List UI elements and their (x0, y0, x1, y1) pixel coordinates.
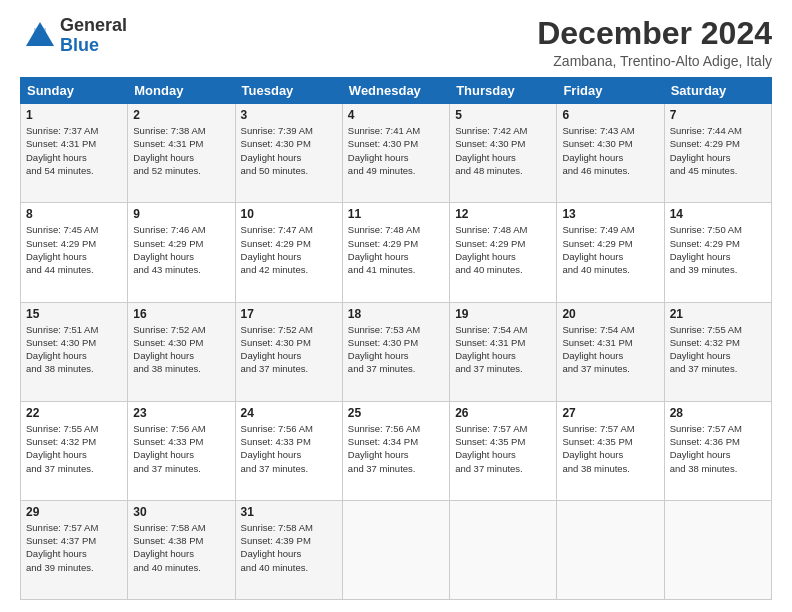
subtitle: Zambana, Trentino-Alto Adige, Italy (537, 53, 772, 69)
day-info: Sunrise: 7:52 AMSunset: 4:30 PMDaylight … (241, 324, 313, 375)
day-info: Sunrise: 7:57 AMSunset: 4:35 PMDaylight … (455, 423, 527, 474)
day-info: Sunrise: 7:56 AMSunset: 4:33 PMDaylight … (241, 423, 313, 474)
calendar-cell: 25Sunrise: 7:56 AMSunset: 4:34 PMDayligh… (342, 401, 449, 500)
day-number: 5 (455, 108, 551, 122)
title-block: December 2024 Zambana, Trentino-Alto Adi… (537, 16, 772, 69)
calendar-row: 8Sunrise: 7:45 AMSunset: 4:29 PMDaylight… (21, 203, 772, 302)
calendar-header-thursday: Thursday (450, 78, 557, 104)
calendar-cell: 12Sunrise: 7:48 AMSunset: 4:29 PMDayligh… (450, 203, 557, 302)
day-info: Sunrise: 7:38 AMSunset: 4:31 PMDaylight … (133, 125, 205, 176)
day-info: Sunrise: 7:51 AMSunset: 4:30 PMDaylight … (26, 324, 98, 375)
calendar-cell: 29Sunrise: 7:57 AMSunset: 4:37 PMDayligh… (21, 500, 128, 599)
day-info: Sunrise: 7:46 AMSunset: 4:29 PMDaylight … (133, 224, 205, 275)
day-number: 20 (562, 307, 658, 321)
day-info: Sunrise: 7:44 AMSunset: 4:29 PMDaylight … (670, 125, 742, 176)
day-info: Sunrise: 7:45 AMSunset: 4:29 PMDaylight … (26, 224, 98, 275)
calendar-row: 15Sunrise: 7:51 AMSunset: 4:30 PMDayligh… (21, 302, 772, 401)
calendar-cell: 10Sunrise: 7:47 AMSunset: 4:29 PMDayligh… (235, 203, 342, 302)
day-info: Sunrise: 7:57 AMSunset: 4:35 PMDaylight … (562, 423, 634, 474)
calendar-cell: 27Sunrise: 7:57 AMSunset: 4:35 PMDayligh… (557, 401, 664, 500)
calendar-cell: 30Sunrise: 7:58 AMSunset: 4:38 PMDayligh… (128, 500, 235, 599)
day-info: Sunrise: 7:53 AMSunset: 4:30 PMDaylight … (348, 324, 420, 375)
day-info: Sunrise: 7:56 AMSunset: 4:33 PMDaylight … (133, 423, 205, 474)
calendar-cell: 22Sunrise: 7:55 AMSunset: 4:32 PMDayligh… (21, 401, 128, 500)
logo-general: General (60, 16, 127, 36)
day-info: Sunrise: 7:54 AMSunset: 4:31 PMDaylight … (455, 324, 527, 375)
day-info: Sunrise: 7:58 AMSunset: 4:38 PMDaylight … (133, 522, 205, 573)
calendar-table: SundayMondayTuesdayWednesdayThursdayFrid… (20, 77, 772, 600)
day-number: 14 (670, 207, 766, 221)
calendar-cell: 16Sunrise: 7:52 AMSunset: 4:30 PMDayligh… (128, 302, 235, 401)
logo-icon (20, 18, 56, 54)
day-info: Sunrise: 7:48 AMSunset: 4:29 PMDaylight … (348, 224, 420, 275)
day-number: 28 (670, 406, 766, 420)
day-number: 15 (26, 307, 122, 321)
calendar-header-sunday: Sunday (21, 78, 128, 104)
day-number: 30 (133, 505, 229, 519)
calendar-row: 22Sunrise: 7:55 AMSunset: 4:32 PMDayligh… (21, 401, 772, 500)
calendar-row: 29Sunrise: 7:57 AMSunset: 4:37 PMDayligh… (21, 500, 772, 599)
calendar-cell: 5Sunrise: 7:42 AMSunset: 4:30 PMDaylight… (450, 104, 557, 203)
header: General Blue December 2024 Zambana, Tren… (20, 16, 772, 69)
calendar-cell: 19Sunrise: 7:54 AMSunset: 4:31 PMDayligh… (450, 302, 557, 401)
day-number: 3 (241, 108, 337, 122)
day-number: 23 (133, 406, 229, 420)
calendar-header-wednesday: Wednesday (342, 78, 449, 104)
calendar-header-saturday: Saturday (664, 78, 771, 104)
calendar-cell (342, 500, 449, 599)
day-number: 31 (241, 505, 337, 519)
day-info: Sunrise: 7:42 AMSunset: 4:30 PMDaylight … (455, 125, 527, 176)
day-info: Sunrise: 7:41 AMSunset: 4:30 PMDaylight … (348, 125, 420, 176)
day-info: Sunrise: 7:55 AMSunset: 4:32 PMDaylight … (670, 324, 742, 375)
calendar-cell: 4Sunrise: 7:41 AMSunset: 4:30 PMDaylight… (342, 104, 449, 203)
day-info: Sunrise: 7:47 AMSunset: 4:29 PMDaylight … (241, 224, 313, 275)
calendar-cell: 28Sunrise: 7:57 AMSunset: 4:36 PMDayligh… (664, 401, 771, 500)
day-number: 22 (26, 406, 122, 420)
calendar-cell: 14Sunrise: 7:50 AMSunset: 4:29 PMDayligh… (664, 203, 771, 302)
day-number: 27 (562, 406, 658, 420)
logo-blue: Blue (60, 36, 127, 56)
calendar-header-row: SundayMondayTuesdayWednesdayThursdayFrid… (21, 78, 772, 104)
day-number: 25 (348, 406, 444, 420)
calendar-cell: 23Sunrise: 7:56 AMSunset: 4:33 PMDayligh… (128, 401, 235, 500)
day-number: 17 (241, 307, 337, 321)
day-info: Sunrise: 7:50 AMSunset: 4:29 PMDaylight … (670, 224, 742, 275)
day-number: 24 (241, 406, 337, 420)
day-info: Sunrise: 7:55 AMSunset: 4:32 PMDaylight … (26, 423, 98, 474)
calendar-cell: 20Sunrise: 7:54 AMSunset: 4:31 PMDayligh… (557, 302, 664, 401)
day-number: 1 (26, 108, 122, 122)
day-number: 13 (562, 207, 658, 221)
calendar-cell (664, 500, 771, 599)
day-number: 7 (670, 108, 766, 122)
calendar-header-monday: Monday (128, 78, 235, 104)
day-info: Sunrise: 7:37 AMSunset: 4:31 PMDaylight … (26, 125, 98, 176)
calendar-cell: 13Sunrise: 7:49 AMSunset: 4:29 PMDayligh… (557, 203, 664, 302)
main-title: December 2024 (537, 16, 772, 51)
day-info: Sunrise: 7:56 AMSunset: 4:34 PMDaylight … (348, 423, 420, 474)
calendar-cell: 18Sunrise: 7:53 AMSunset: 4:30 PMDayligh… (342, 302, 449, 401)
day-info: Sunrise: 7:43 AMSunset: 4:30 PMDaylight … (562, 125, 634, 176)
calendar-cell: 7Sunrise: 7:44 AMSunset: 4:29 PMDaylight… (664, 104, 771, 203)
day-number: 10 (241, 207, 337, 221)
calendar-cell: 26Sunrise: 7:57 AMSunset: 4:35 PMDayligh… (450, 401, 557, 500)
svg-marker-1 (34, 28, 46, 46)
calendar-cell: 21Sunrise: 7:55 AMSunset: 4:32 PMDayligh… (664, 302, 771, 401)
day-info: Sunrise: 7:54 AMSunset: 4:31 PMDaylight … (562, 324, 634, 375)
calendar-cell: 11Sunrise: 7:48 AMSunset: 4:29 PMDayligh… (342, 203, 449, 302)
day-number: 26 (455, 406, 551, 420)
calendar-cell: 1Sunrise: 7:37 AMSunset: 4:31 PMDaylight… (21, 104, 128, 203)
day-info: Sunrise: 7:52 AMSunset: 4:30 PMDaylight … (133, 324, 205, 375)
calendar-cell: 15Sunrise: 7:51 AMSunset: 4:30 PMDayligh… (21, 302, 128, 401)
day-number: 12 (455, 207, 551, 221)
calendar-cell: 31Sunrise: 7:58 AMSunset: 4:39 PMDayligh… (235, 500, 342, 599)
calendar-header-tuesday: Tuesday (235, 78, 342, 104)
day-number: 19 (455, 307, 551, 321)
day-number: 9 (133, 207, 229, 221)
calendar-header-friday: Friday (557, 78, 664, 104)
calendar-cell: 24Sunrise: 7:56 AMSunset: 4:33 PMDayligh… (235, 401, 342, 500)
day-info: Sunrise: 7:57 AMSunset: 4:36 PMDaylight … (670, 423, 742, 474)
calendar-cell: 17Sunrise: 7:52 AMSunset: 4:30 PMDayligh… (235, 302, 342, 401)
day-number: 4 (348, 108, 444, 122)
logo: General Blue (20, 16, 127, 56)
day-number: 18 (348, 307, 444, 321)
